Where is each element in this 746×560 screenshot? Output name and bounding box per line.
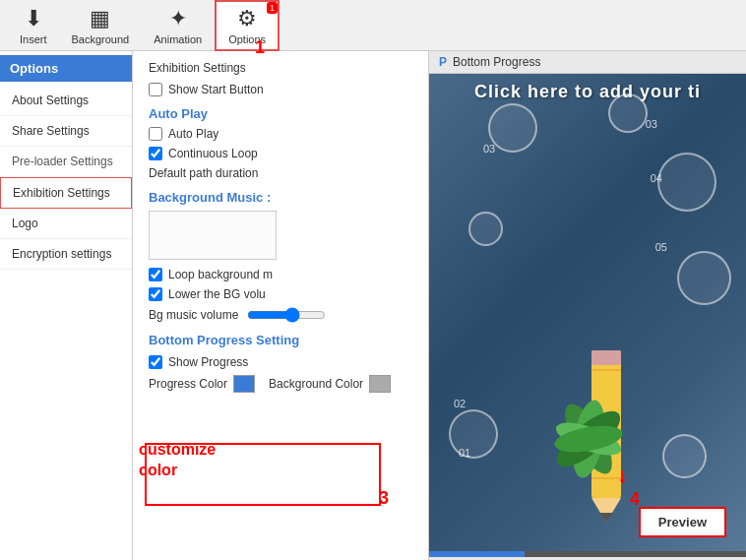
preview-titlebar-icon: P — [439, 55, 447, 69]
options-badge: 1 — [267, 2, 278, 14]
lower-bg-vol-label: Lower the BG volu — [168, 287, 266, 301]
preview-titlebar-label: Bottom Progress — [453, 55, 540, 69]
bg-music-volume-slider[interactable] — [247, 307, 326, 323]
show-progress-label: Show Progress — [168, 355, 248, 369]
anno-label-4: 4 — [630, 489, 640, 510]
loop-bg-checkbox[interactable] — [149, 268, 162, 281]
continuous-loop-row: Continuous Loop — [149, 147, 412, 160]
deco-circle-1 — [488, 103, 537, 153]
deco-circle-2 — [608, 93, 648, 133]
auto-play-title: Auto Play — [149, 106, 412, 121]
insert-icon: ⬇ — [25, 6, 42, 31]
sidebar-item-exhibition[interactable]: Exhibition Settings 2 — [0, 177, 132, 209]
preview-progress-bar — [429, 551, 746, 557]
background-color-swatch[interactable] — [369, 375, 391, 393]
preview-progress-fill — [429, 551, 525, 557]
auto-play-label: Auto Play — [168, 127, 218, 141]
sidebar-item-share[interactable]: Share Settings — [0, 116, 132, 147]
animation-label: Animation — [154, 33, 202, 45]
background-color-label: Background Color — [269, 377, 363, 391]
auto-play-checkbox[interactable] — [149, 127, 162, 141]
preview-num-01-a: 01 — [459, 447, 470, 459]
exhibition-settings-title: Exhibition Settings — [149, 61, 412, 75]
bottom-progress-title: Bottom Progress Setting — [149, 333, 412, 347]
default-path-duration-row: Default path duration — [149, 166, 412, 180]
deco-circle-6 — [449, 409, 498, 459]
anno-arrow-4: ↓ — [617, 463, 628, 488]
preview-num-03-b: 03 — [483, 143, 495, 155]
lower-bg-vol-checkbox[interactable] — [149, 287, 162, 301]
animation-button[interactable]: ✦ Animation — [142, 0, 215, 50]
progress-color-swatch[interactable] — [233, 375, 255, 393]
loop-bg-row: Loop background m — [149, 268, 412, 281]
sidebar-item-about[interactable]: About Settings — [0, 86, 132, 116]
show-start-button-label: Show Start Button — [168, 83, 264, 96]
preview-canvas: Click here to add your ti — [429, 74, 746, 557]
options-label: Options — [228, 33, 266, 45]
preview-titlebar: P Bottom Progress — [429, 51, 746, 74]
loop-bg-label: Loop background m — [168, 268, 273, 281]
background-icon: ▦ — [90, 6, 110, 31]
bottom-progress-section: Bottom Progress Setting Show Progress Pr… — [149, 333, 412, 393]
continuous-loop-checkbox[interactable] — [149, 147, 162, 160]
animation-icon: ✦ — [169, 6, 187, 31]
show-start-button-checkbox[interactable] — [149, 83, 162, 96]
preview-canvas-title: Click here to add your ti — [429, 82, 746, 102]
anno-label-3: 3 — [379, 488, 389, 509]
auto-play-row: Auto Play — [149, 127, 412, 141]
background-button[interactable]: ▦ Background — [60, 0, 143, 50]
deco-circle-4 — [677, 251, 731, 305]
progress-color-label: Progress Color — [149, 377, 227, 391]
toolbar: ⬇ Insert ▦ Background ✦ Animation ⚙ Opti… — [0, 0, 746, 51]
bg-music-volume-row: Bg music volume — [149, 307, 412, 323]
sidebar-item-preloader[interactable]: Pre-loader Settings — [0, 147, 132, 177]
insert-button[interactable]: ⬇ Insert — [8, 0, 60, 50]
deco-circle-5 — [662, 434, 707, 478]
lower-bg-vol-row: Lower the BG volu — [149, 287, 412, 301]
sidebar-header: Options — [0, 55, 132, 82]
content-area: Exhibition Settings Show Start Button Au… — [133, 51, 428, 560]
bg-music-volume-label: Bg music volume — [149, 308, 247, 322]
sidebar: Options About Settings Share Settings Pr… — [0, 51, 133, 560]
show-progress-checkbox[interactable] — [149, 355, 162, 369]
sidebar-item-encryption[interactable]: Encryption settings — [0, 239, 132, 270]
preview-num-03: 03 — [646, 118, 657, 130]
progress-color-row: Progress Color Background Color — [149, 375, 412, 393]
deco-circle-7 — [468, 212, 503, 246]
background-label: Background — [72, 33, 130, 45]
preview-num-02: 02 — [454, 398, 466, 409]
preview-num-05: 05 — [655, 241, 667, 253]
preview-num-04: 04 — [651, 172, 662, 184]
preview-area: P Bottom Progress Click here to add your… — [428, 51, 746, 560]
customize-color-label: customize color — [139, 440, 216, 481]
options-icon: ⚙ — [237, 6, 257, 31]
preview-button[interactable]: Preview — [639, 507, 726, 537]
insert-label: Insert — [20, 33, 47, 45]
sidebar-item-logo[interactable]: Logo — [0, 209, 132, 239]
continuous-loop-label: Continuous Loop — [168, 147, 258, 160]
default-path-duration-label: Default path duration — [149, 166, 258, 180]
bg-music-title: Background Music : — [149, 190, 412, 205]
deco-circle-3 — [657, 153, 716, 212]
main-layout: Options About Settings Share Settings Pr… — [0, 51, 746, 560]
show-progress-row: Show Progress — [149, 355, 412, 369]
show-start-button-row: Show Start Button — [149, 83, 412, 96]
music-file-box[interactable] — [149, 211, 277, 260]
